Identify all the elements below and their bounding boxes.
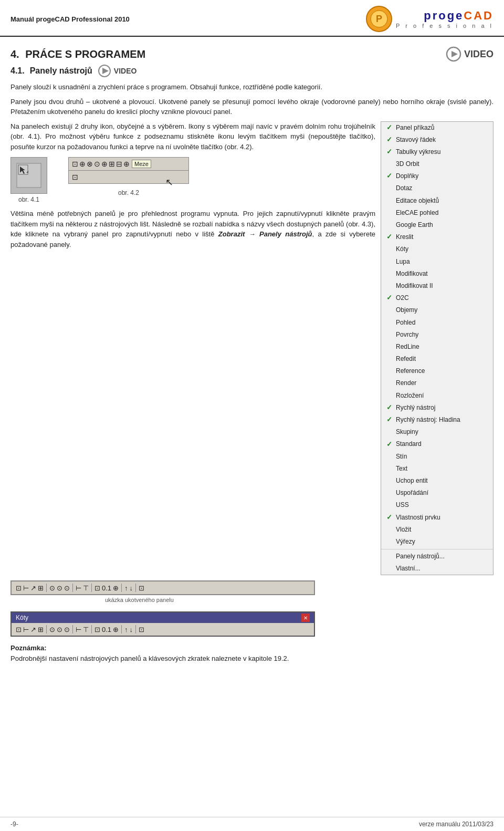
menu-item-label: Text <box>396 464 407 474</box>
menu-item[interactable]: ✓Doplňky <box>381 170 493 182</box>
cursor-arrow: ↖ <box>165 176 173 188</box>
check-mark-icon: ✓ <box>385 173 393 180</box>
menu-item[interactable]: Dotaz <box>381 182 493 194</box>
chapter-heading: 4. PRÁCE S PROGRAMEM <box>10 48 145 60</box>
paragraph-1: Panely slouží k usnadnění a zrychlení pr… <box>10 82 494 92</box>
menu-item[interactable]: Uspořádání <box>381 487 493 499</box>
menu-item[interactable]: ✓Kreslit <box>381 231 493 243</box>
menu-item[interactable]: Uchop entit <box>381 475 493 487</box>
menu-item[interactable]: Skupiny <box>381 426 493 438</box>
check-mark-icon: ✓ <box>385 417 393 424</box>
menu-item-label: O2C <box>396 293 409 303</box>
menu-item[interactable]: 3D Orbit <box>381 158 493 170</box>
section-heading: 4.1. Panely nástrojů VIDEO <box>10 64 494 78</box>
figure-4-1: obr. 4.1 <box>10 157 47 203</box>
menu-item[interactable]: Rozložení <box>381 390 493 402</box>
menu-item-label: Lupa <box>396 257 410 267</box>
logo-name: progeCAD <box>424 9 494 23</box>
menu-item-label: Modifikovat <box>396 269 428 279</box>
menu-item-label: USS <box>396 500 409 510</box>
paragraph-3: Na panelech existují 2 druhy ikon, obyče… <box>10 121 375 152</box>
menu-item[interactable]: Text <box>381 463 493 475</box>
menu-item[interactable]: Vložit <box>381 524 493 536</box>
menu-item-label: Uchop entit <box>396 476 428 486</box>
menu-item[interactable]: Google Earth <box>381 219 493 231</box>
menu-item-label: 3D Orbit <box>396 159 419 169</box>
logo-area: P progeCAD P r o f e s s i o n a l <box>365 5 494 33</box>
check-mark-icon: ✓ <box>385 514 393 521</box>
menu-item[interactable]: ✓Standard <box>381 438 493 450</box>
menu-item[interactable]: ✓Stavový řádek <box>381 134 493 146</box>
koty-titlebar: Kóty ✕ <box>12 612 314 623</box>
menu-item[interactable]: Kóty <box>381 243 493 255</box>
menu-item-label: Pohled <box>396 318 415 328</box>
menu-item[interactable]: ✓Tabulky výkresu <box>381 146 493 158</box>
chapter-video-badge: VIDEO <box>446 46 494 62</box>
check-mark-icon: ✓ <box>385 124 393 131</box>
menu-item-label: Reference <box>396 366 425 376</box>
figures-row: obr. 4.1 ⊡ ⊕ ⊗ ⊙ ⊕ ⊞ ⊟ <box>10 157 375 203</box>
menu-items-list: ✓Panel příkazů✓Stavový řádek✓Tabulky výk… <box>381 122 493 575</box>
menu-item[interactable]: Vlastní... <box>381 563 493 575</box>
docked-section: ⊡ ⊢ ↗ ⊞ ⊙ ⊙ ⊙ ⊢ ⊤ ⊡ 0.1 ⊕ ↑ ↓ ⊡ <box>10 580 494 603</box>
menu-item[interactable]: Objemy <box>381 304 493 316</box>
fig-4-2-label: obr. 4.2 <box>118 189 139 196</box>
check-mark-icon: ✓ <box>385 404 393 411</box>
menu-item[interactable]: ✓Rychlý nástroj <box>381 402 493 414</box>
play-icon <box>446 46 461 62</box>
menu-item[interactable]: ✓Vlastnosti prvku <box>381 512 493 524</box>
menu-item[interactable]: Editace objektů <box>381 195 493 207</box>
menu-item-label: Modifikovat II <box>396 281 433 291</box>
figure-4-2: ⊡ ⊕ ⊗ ⊙ ⊕ ⊞ ⊟ ⊕ Meze ⊡ <box>68 157 189 196</box>
menu-item[interactable]: Reference <box>381 365 493 377</box>
menu-item[interactable]: Výřezy <box>381 536 493 548</box>
toolbar-context-menu: ✓Panel příkazů✓Stavový řádek✓Tabulky výk… <box>381 121 494 576</box>
menu-item-label: Tabulky výkresu <box>396 147 440 157</box>
svg-text:P: P <box>376 14 382 24</box>
play-icon-small <box>98 64 111 78</box>
meze-label: Meze <box>132 160 151 168</box>
menu-item-label: Google Earth <box>396 220 433 230</box>
menu-item-label: Skupiny <box>396 427 418 437</box>
menu-item-label: RedLine <box>396 342 419 352</box>
koty-toolbar: ⊡ ⊢ ↗ ⊞ ⊙ ⊙ ⊙ ⊢ ⊤ ⊡ 0.1 ⊕ ↑ ↓ ⊡ <box>12 623 314 636</box>
menu-item-label: Rychlý nástroj: Hladina <box>396 415 460 425</box>
menu-item[interactable]: Modifikovat II <box>381 280 493 292</box>
menu-item[interactable]: ✓O2C <box>381 292 493 304</box>
note-section: Poznámka: Podrobnější nastavení nástrojo… <box>10 643 494 663</box>
menu-item-label: Výřezy <box>396 537 415 547</box>
menu-item[interactable]: Stín <box>381 451 493 463</box>
menu-item[interactable]: Povrchy <box>381 329 493 341</box>
check-mark-icon: ✓ <box>385 136 393 143</box>
menu-item[interactable]: Modifikovat <box>381 268 493 280</box>
menu-item-label: Refedit <box>396 354 416 364</box>
footer-page: -9- <box>10 820 18 828</box>
fig-4-1-label: obr. 4.1 <box>18 196 39 203</box>
check-mark-icon: ✓ <box>385 441 393 448</box>
menu-item-label: Render <box>396 378 416 388</box>
content-body: Na panelech existují 2 druhy ikon, obyče… <box>10 121 494 576</box>
logo-text: progeCAD P r o f e s s i o n a l <box>396 9 494 29</box>
menu-item[interactable]: Refedit <box>381 353 493 365</box>
menu-item[interactable]: ✓Rychlý nástroj: Hladina <box>381 414 493 426</box>
svg-marker-4 <box>452 51 458 57</box>
koty-close-button[interactable]: ✕ <box>301 614 310 622</box>
page-header: Manuál progeCAD Professional 2010 P prog… <box>0 0 504 37</box>
menu-item[interactable]: Render <box>381 377 493 389</box>
menu-item[interactable]: EleCAE pohled <box>381 207 493 219</box>
menu-item-label: Povrchy <box>396 330 418 340</box>
fig-4-1-image <box>10 157 47 194</box>
menu-item[interactable]: RedLine <box>381 341 493 353</box>
koty-panel[interactable]: Kóty ✕ ⊡ ⊢ ↗ ⊞ ⊙ ⊙ ⊙ ⊢ ⊤ ⊡ 0.1 ⊕ ↑ ↓ ⊡ <box>10 611 315 637</box>
menu-item[interactable]: Panely nástrojů... <box>381 550 493 563</box>
menu-item-label: Dotaz <box>396 183 412 193</box>
menu-item-label: Editace objektů <box>396 196 439 206</box>
menu-item-label: Uspořádání <box>396 488 428 498</box>
toolbar-strip: ⊡ ⊕ ⊗ ⊙ ⊕ ⊞ ⊟ ⊕ Meze <box>68 157 189 171</box>
menu-item[interactable]: Lupa <box>381 256 493 268</box>
note-title: Poznámka: <box>10 644 47 652</box>
menu-item[interactable]: USS <box>381 499 493 511</box>
menu-item-label: Objemy <box>396 305 417 315</box>
menu-item[interactable]: Pohled <box>381 317 493 329</box>
menu-item[interactable]: ✓Panel příkazů <box>381 122 493 134</box>
